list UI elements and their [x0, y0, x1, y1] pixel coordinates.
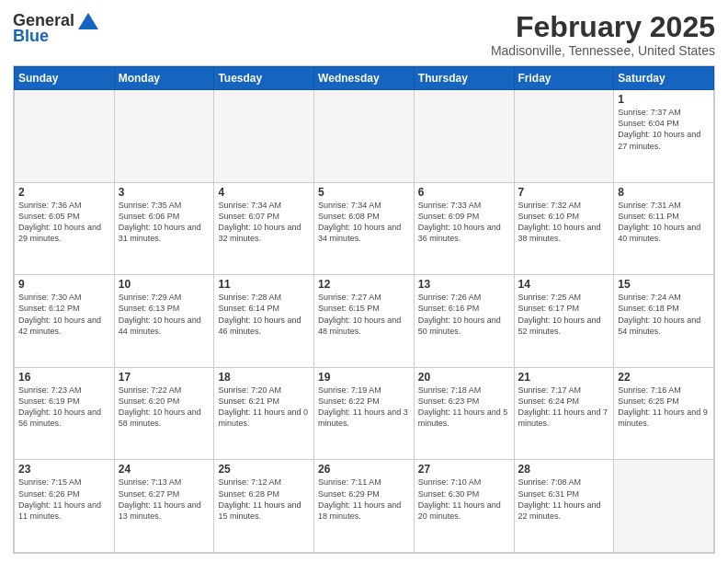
- day-cell: [414, 90, 514, 183]
- day-cell: 4Sunrise: 7:34 AM Sunset: 6:07 PM Daylig…: [214, 182, 314, 275]
- day-number: 19: [318, 371, 410, 384]
- day-number: 12: [318, 278, 410, 291]
- day-cell: 2Sunrise: 7:36 AM Sunset: 6:05 PM Daylig…: [15, 182, 115, 275]
- day-info: Sunrise: 7:18 AM Sunset: 6:23 PM Dayligh…: [418, 385, 510, 430]
- day-cell: 22Sunrise: 7:16 AM Sunset: 6:25 PM Dayli…: [614, 367, 714, 460]
- day-info: Sunrise: 7:20 AM Sunset: 6:21 PM Dayligh…: [218, 385, 310, 430]
- day-number: 15: [618, 278, 710, 291]
- day-info: Sunrise: 7:34 AM Sunset: 6:07 PM Dayligh…: [218, 200, 310, 245]
- day-cell: 10Sunrise: 7:29 AM Sunset: 6:13 PM Dayli…: [114, 275, 214, 368]
- week-row-4: 23Sunrise: 7:15 AM Sunset: 6:26 PM Dayli…: [15, 460, 714, 553]
- day-number: 3: [119, 186, 210, 199]
- day-info: Sunrise: 7:33 AM Sunset: 6:09 PM Dayligh…: [418, 200, 510, 245]
- week-row-3: 16Sunrise: 7:23 AM Sunset: 6:19 PM Dayli…: [15, 367, 714, 460]
- header: General Blue February 2025 Madisonville,…: [13, 11, 715, 58]
- day-cell: 12Sunrise: 7:27 AM Sunset: 6:15 PM Dayli…: [314, 275, 415, 368]
- day-cell: [15, 90, 115, 183]
- day-cell: 20Sunrise: 7:18 AM Sunset: 6:23 PM Dayli…: [414, 367, 514, 460]
- day-info: Sunrise: 7:10 AM Sunset: 6:30 PM Dayligh…: [418, 477, 510, 522]
- day-info: Sunrise: 7:25 AM Sunset: 6:17 PM Dayligh…: [518, 292, 610, 337]
- day-info: Sunrise: 7:31 AM Sunset: 6:11 PM Dayligh…: [618, 200, 710, 245]
- col-header-wednesday: Wednesday: [314, 67, 415, 90]
- day-cell: 7Sunrise: 7:32 AM Sunset: 6:10 PM Daylig…: [514, 182, 614, 275]
- day-cell: 19Sunrise: 7:19 AM Sunset: 6:22 PM Dayli…: [314, 367, 415, 460]
- day-info: Sunrise: 7:13 AM Sunset: 6:27 PM Dayligh…: [119, 477, 210, 522]
- col-header-monday: Monday: [114, 67, 214, 90]
- day-info: Sunrise: 7:34 AM Sunset: 6:08 PM Dayligh…: [318, 200, 410, 245]
- day-info: Sunrise: 7:32 AM Sunset: 6:10 PM Dayligh…: [518, 200, 610, 245]
- day-info: Sunrise: 7:27 AM Sunset: 6:15 PM Dayligh…: [318, 292, 410, 337]
- day-number: 25: [218, 463, 310, 476]
- day-number: 24: [119, 463, 210, 476]
- day-info: Sunrise: 7:19 AM Sunset: 6:22 PM Dayligh…: [318, 385, 410, 430]
- logo-blue: Blue: [13, 27, 49, 46]
- day-info: Sunrise: 7:11 AM Sunset: 6:29 PM Dayligh…: [318, 477, 410, 522]
- day-cell: 21Sunrise: 7:17 AM Sunset: 6:24 PM Dayli…: [514, 367, 614, 460]
- day-number: 14: [518, 278, 610, 291]
- day-number: 8: [618, 186, 710, 199]
- day-info: Sunrise: 7:29 AM Sunset: 6:13 PM Dayligh…: [119, 292, 210, 337]
- day-cell: [514, 90, 614, 183]
- day-info: Sunrise: 7:23 AM Sunset: 6:19 PM Dayligh…: [18, 385, 110, 430]
- day-number: 2: [18, 186, 110, 199]
- day-number: 1: [618, 93, 710, 106]
- col-header-saturday: Saturday: [614, 67, 714, 90]
- day-cell: 27Sunrise: 7:10 AM Sunset: 6:30 PM Dayli…: [414, 460, 514, 553]
- day-cell: 18Sunrise: 7:20 AM Sunset: 6:21 PM Dayli…: [214, 367, 314, 460]
- day-number: 6: [418, 186, 510, 199]
- day-info: Sunrise: 7:30 AM Sunset: 6:12 PM Dayligh…: [18, 292, 110, 337]
- header-row: SundayMondayTuesdayWednesdayThursdayFrid…: [15, 67, 714, 90]
- day-cell: 15Sunrise: 7:24 AM Sunset: 6:18 PM Dayli…: [614, 275, 714, 368]
- page: General Blue February 2025 Madisonville,…: [0, 0, 728, 563]
- day-number: 4: [218, 186, 310, 199]
- day-cell: 28Sunrise: 7:08 AM Sunset: 6:31 PM Dayli…: [514, 460, 614, 553]
- week-row-0: 1Sunrise: 7:37 AM Sunset: 6:04 PM Daylig…: [15, 90, 714, 183]
- day-cell: 23Sunrise: 7:15 AM Sunset: 6:26 PM Dayli…: [15, 460, 115, 553]
- day-info: Sunrise: 7:36 AM Sunset: 6:05 PM Dayligh…: [18, 200, 110, 245]
- day-info: Sunrise: 7:08 AM Sunset: 6:31 PM Dayligh…: [518, 477, 610, 522]
- day-info: Sunrise: 7:12 AM Sunset: 6:28 PM Dayligh…: [218, 477, 310, 522]
- day-number: 7: [518, 186, 610, 199]
- day-cell: 14Sunrise: 7:25 AM Sunset: 6:17 PM Dayli…: [514, 275, 614, 368]
- day-cell: [114, 90, 214, 183]
- day-info: Sunrise: 7:35 AM Sunset: 6:06 PM Dayligh…: [119, 200, 210, 245]
- day-info: Sunrise: 7:16 AM Sunset: 6:25 PM Dayligh…: [618, 385, 710, 430]
- day-cell: 1Sunrise: 7:37 AM Sunset: 6:04 PM Daylig…: [614, 90, 714, 183]
- day-number: 17: [119, 371, 210, 384]
- svg-marker-0: [78, 13, 98, 29]
- day-cell: 3Sunrise: 7:35 AM Sunset: 6:06 PM Daylig…: [114, 182, 214, 275]
- day-cell: 24Sunrise: 7:13 AM Sunset: 6:27 PM Dayli…: [114, 460, 214, 553]
- day-info: Sunrise: 7:17 AM Sunset: 6:24 PM Dayligh…: [518, 385, 610, 430]
- day-cell: 8Sunrise: 7:31 AM Sunset: 6:11 PM Daylig…: [614, 182, 714, 275]
- logo-icon: [78, 13, 98, 29]
- location: Madisonville, Tennessee, United States: [491, 43, 715, 58]
- day-cell: 5Sunrise: 7:34 AM Sunset: 6:08 PM Daylig…: [314, 182, 415, 275]
- day-number: 5: [318, 186, 410, 199]
- month-title: February 2025: [491, 11, 715, 43]
- col-header-sunday: Sunday: [15, 67, 115, 90]
- day-cell: [314, 90, 415, 183]
- day-cell: 26Sunrise: 7:11 AM Sunset: 6:29 PM Dayli…: [314, 460, 415, 553]
- day-cell: 13Sunrise: 7:26 AM Sunset: 6:16 PM Dayli…: [414, 275, 514, 368]
- day-cell: 11Sunrise: 7:28 AM Sunset: 6:14 PM Dayli…: [214, 275, 314, 368]
- title-block: February 2025 Madisonville, Tennessee, U…: [491, 11, 715, 58]
- day-number: 9: [18, 278, 110, 291]
- day-cell: 17Sunrise: 7:22 AM Sunset: 6:20 PM Dayli…: [114, 367, 214, 460]
- calendar: SundayMondayTuesdayWednesdayThursdayFrid…: [13, 65, 715, 554]
- calendar-table: SundayMondayTuesdayWednesdayThursdayFrid…: [14, 66, 714, 553]
- day-info: Sunrise: 7:15 AM Sunset: 6:26 PM Dayligh…: [18, 477, 110, 522]
- logo: General Blue: [13, 11, 98, 46]
- day-number: 10: [119, 278, 210, 291]
- day-cell: [614, 460, 714, 553]
- day-number: 16: [18, 371, 110, 384]
- day-cell: 9Sunrise: 7:30 AM Sunset: 6:12 PM Daylig…: [15, 275, 115, 368]
- col-header-thursday: Thursday: [414, 67, 514, 90]
- col-header-friday: Friday: [514, 67, 614, 90]
- day-number: 21: [518, 371, 610, 384]
- day-number: 22: [618, 371, 710, 384]
- day-number: 27: [418, 463, 510, 476]
- week-row-2: 9Sunrise: 7:30 AM Sunset: 6:12 PM Daylig…: [15, 275, 714, 368]
- day-cell: 16Sunrise: 7:23 AM Sunset: 6:19 PM Dayli…: [15, 367, 115, 460]
- day-info: Sunrise: 7:24 AM Sunset: 6:18 PM Dayligh…: [618, 292, 710, 337]
- day-cell: 25Sunrise: 7:12 AM Sunset: 6:28 PM Dayli…: [214, 460, 314, 553]
